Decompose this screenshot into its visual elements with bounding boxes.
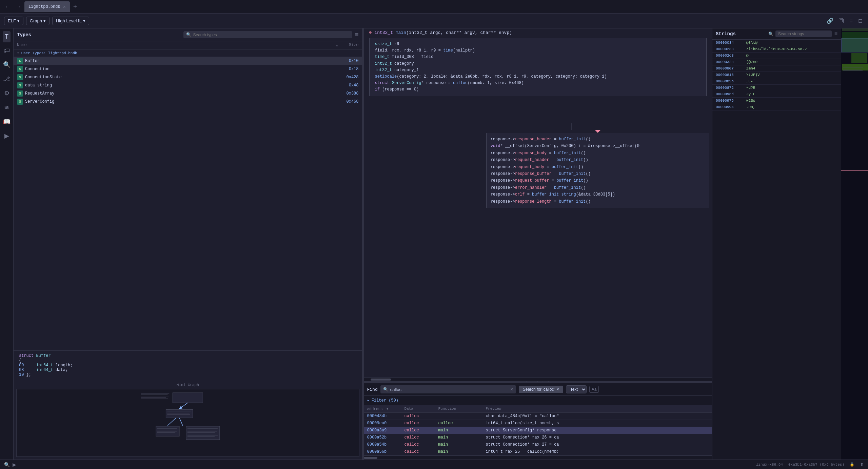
minimap[interactable] xyxy=(841,28,868,460)
type-badge: S xyxy=(17,74,23,80)
results-scrollbar[interactable] xyxy=(364,455,712,460)
table-row[interactable]: 0000a3a9 calloc main struct ServerConfig… xyxy=(364,427,712,434)
mini-graph-canvas[interactable] xyxy=(16,389,359,457)
forward-button[interactable]: → xyxy=(14,2,23,11)
graph-left-area[interactable] xyxy=(364,130,484,378)
string-value: /lib64/ld-linux-x86-64.so.2 xyxy=(746,47,837,51)
search-for-calloc-button[interactable]: Search for 'calloc' × xyxy=(519,386,563,393)
terminal-icon-status[interactable]: ▶ xyxy=(13,462,16,467)
code-line: response->crlf = buffer_init_string(&dat… xyxy=(491,191,705,198)
sidebar-header: Types 🔍 ≡ xyxy=(14,28,362,41)
list-item[interactable]: 00000976 w2$s xyxy=(712,98,841,104)
code-line: ssize_t r9 xyxy=(375,41,701,47)
list-item[interactable]: 0000096d Jy.F xyxy=(712,91,841,98)
strings-list[interactable]: 00000034 @8\t@ 00000238 /lib64/ld-linux-… xyxy=(712,40,841,460)
list-item[interactable]: 00000994 -D8, xyxy=(712,104,841,110)
code-line: struct ServerConfig* response = calloc(n… xyxy=(375,80,701,86)
main-tab[interactable]: lighttpd.bndb × xyxy=(24,1,70,12)
type-badge: S xyxy=(17,82,23,88)
find-type-select[interactable]: Text xyxy=(566,385,587,393)
layers2-icon-button[interactable]: ≋ xyxy=(2,102,11,113)
group-row[interactable]: ▾ User Types: lighttpd.bndb xyxy=(14,49,362,57)
type-name: Buffer xyxy=(25,59,338,63)
strings-menu-button[interactable]: ≡ xyxy=(834,31,837,37)
result-preview: int64_t calloc(size_t nmemb, s xyxy=(486,421,709,426)
string-value: Zmh4 xyxy=(746,66,837,70)
filter-label: Filter (50) xyxy=(372,398,398,403)
add-tab-button[interactable]: + xyxy=(71,3,79,11)
code-line: response->request_header = buffer_init() xyxy=(491,157,705,163)
sidebar-menu-button[interactable]: ≡ xyxy=(355,31,359,38)
list-item[interactable]: 00000807 Zmh4 xyxy=(712,65,841,72)
center-content: ⊕ int32_t main (int32_t argc, char** arg… xyxy=(364,28,712,460)
string-value: ~d?R xyxy=(746,86,837,90)
list-item[interactable]: S data_string 0x48 xyxy=(14,81,362,89)
list-item[interactable]: 00000872 ~d?R xyxy=(712,85,841,91)
table-row[interactable]: 0000a54b calloc main struct Connection* … xyxy=(364,441,712,448)
find-input[interactable] xyxy=(390,387,508,392)
list-item[interactable]: S ConnectionState 0x428 xyxy=(14,73,362,81)
elf-dropdown[interactable]: ELF ▾ xyxy=(4,17,23,25)
list-item[interactable]: 00000816 \tJF)V xyxy=(712,72,841,78)
result-data: calloc xyxy=(405,442,438,447)
type-name: data_string xyxy=(25,83,338,88)
find-clear-button[interactable]: × xyxy=(510,386,513,392)
table-row[interactable]: 0000a56b calloc main int64 t rax 25 = ca… xyxy=(364,448,712,455)
result-addr: 0000484b xyxy=(367,414,405,419)
minimap-canvas[interactable] xyxy=(841,28,868,460)
tab-label: lighttpd.bndb xyxy=(28,4,60,9)
list-item[interactable]: S RequestArray 0x388 xyxy=(14,89,362,98)
status-right: linux-x86_64 0xa3b1-0xa3b7 (0x6 bytes) 🔒… xyxy=(756,462,864,467)
svg-rect-0 xyxy=(173,393,203,403)
case-sensitive-button[interactable]: Aa xyxy=(589,386,599,393)
graph-dropdown[interactable]: Graph ▾ xyxy=(26,17,50,25)
graph-right-area[interactable]: response->response_header = buffer_init(… xyxy=(484,130,712,378)
scroll-to-top-button[interactable]: ⬆ xyxy=(860,462,864,467)
branch-icon-button[interactable]: ⎇ xyxy=(1,73,12,85)
func-icon: ⊕ xyxy=(369,30,372,35)
upper-code-area[interactable]: ⊕ int32_t main (int32_t argc, char** arg… xyxy=(364,28,712,123)
list-item[interactable]: 000002c3 @ xyxy=(712,53,841,59)
filter-arrow-icon: ▸ xyxy=(367,398,370,403)
list-item[interactable]: S Connection 0x18 xyxy=(14,65,362,73)
book-icon-button[interactable]: 📖 xyxy=(1,116,13,127)
lock-icon: 🔒 xyxy=(850,462,854,467)
results-filter[interactable]: ▸ Filter (50) xyxy=(364,396,712,405)
list-item[interactable]: 0000003b ,E-` xyxy=(712,78,841,85)
list-item[interactable]: 0000032a (@Z%0 xyxy=(712,59,841,65)
copy-icon-button[interactable]: ⿻ xyxy=(837,17,846,25)
settings-icon-button[interactable]: ⚙ xyxy=(2,87,12,99)
search-input[interactable] xyxy=(193,33,350,37)
result-addr: 0000a56b xyxy=(367,449,405,454)
results-area: ▸ Filter (50) Address ▾ Data Function Pr… xyxy=(364,395,712,460)
link-icon-button[interactable]: 🔗 xyxy=(825,16,835,25)
list-item[interactable]: S ServerConfig 0x468 xyxy=(14,98,362,106)
table-row[interactable]: 00009ea0 calloc calloc int64_t calloc(si… xyxy=(364,420,712,427)
hlil-dropdown[interactable]: High Level IL ▾ xyxy=(52,17,89,25)
menu-icon-button[interactable]: ≡ xyxy=(848,17,854,25)
tab-close-button[interactable]: × xyxy=(63,4,66,9)
layers-icon-button[interactable]: ⊟ xyxy=(857,16,864,25)
list-item[interactable]: 00000238 /lib64/ld-linux-x86-64.so.2 xyxy=(712,46,841,53)
strings-search-input[interactable] xyxy=(775,30,832,37)
table-row[interactable]: 0000a52b calloc main struct Connection* … xyxy=(364,434,712,441)
list-item[interactable]: 00000034 @8\t@ xyxy=(712,40,841,46)
type-size: 0x48 xyxy=(338,83,359,88)
code-line: time_t field_308 = field xyxy=(375,54,701,60)
list-item[interactable]: S Buffer 0x10 xyxy=(14,57,362,65)
search-icon-status[interactable]: 🔍 xyxy=(4,462,10,467)
back-button[interactable]: ← xyxy=(3,2,12,11)
string-value: w2$s xyxy=(746,99,837,103)
col-preview-header: Preview xyxy=(486,407,709,411)
result-func: main xyxy=(438,442,486,447)
code-line: response->response_body = buffer_init() xyxy=(491,150,705,157)
table-row[interactable]: 0000484b calloc char data_484b[0x7] = "c… xyxy=(364,413,712,420)
terminal-icon-button[interactable]: ▶ xyxy=(2,130,11,142)
sort-icon: ▾ xyxy=(386,407,389,411)
search-icon-button[interactable]: 🔍 xyxy=(1,59,13,70)
strings-title: Strings xyxy=(716,31,766,37)
string-addr: 0000003b xyxy=(716,79,746,83)
tags-icon-button[interactable]: 🏷 xyxy=(2,45,12,56)
types-icon-button[interactable]: T xyxy=(3,31,11,42)
type-size: 0x388 xyxy=(338,91,359,96)
